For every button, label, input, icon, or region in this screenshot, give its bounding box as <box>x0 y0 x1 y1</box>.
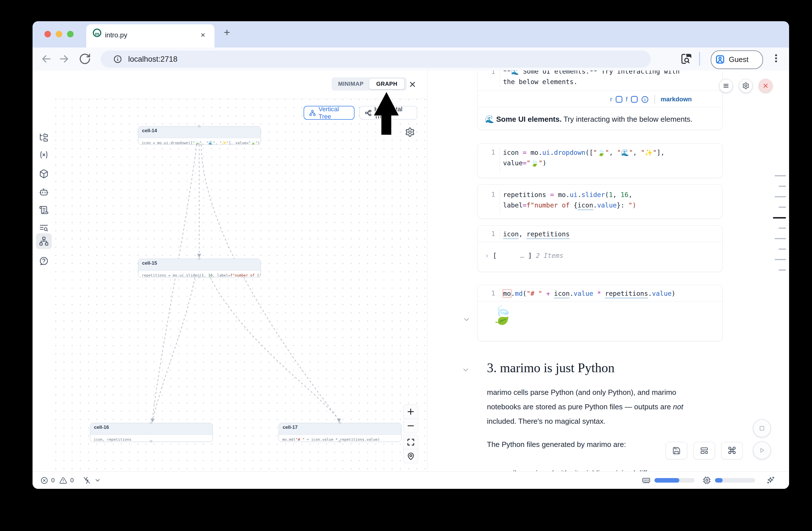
layout-view-button[interactable] <box>694 442 715 459</box>
collapse-chevron-icon[interactable] <box>463 316 470 324</box>
notebook-cell[interactable]: 1 icon = mo.ui.dropdown(["🍃", "🌊", "✨"],… <box>477 143 723 178</box>
site-info-icon[interactable] <box>113 55 122 64</box>
cpu-icon[interactable] <box>702 476 711 485</box>
run-button[interactable] <box>753 441 771 459</box>
cell-delete-button[interactable] <box>759 79 772 92</box>
center-view-button[interactable] <box>403 449 418 463</box>
language-label[interactable]: markdown <box>661 96 692 103</box>
minimap-mark[interactable] <box>779 206 786 208</box>
section-collapse-chevron-icon[interactable] <box>462 366 470 374</box>
cell-code[interactable]: mo.md("# " + icon.value * repetitions.va… <box>503 288 675 299</box>
tab-graph[interactable]: GRAPH <box>369 79 404 89</box>
graph-node[interactable]: cell-14 icon = mo.ui.dropdown(["🍃", "🌊",… <box>138 126 261 145</box>
minimap-mark[interactable] <box>775 259 786 260</box>
cpu-usage-bar <box>715 478 755 483</box>
ai-sparkle-icon[interactable] <box>766 476 775 485</box>
cell-code[interactable]: icon = mo.ui.dropdown(["🍃", "🌊", "✨"],va… <box>503 147 665 169</box>
keyboard-shortcuts-button[interactable]: ⌘ <box>721 442 743 459</box>
autorun-off-icon[interactable] <box>83 476 91 485</box>
graph-node[interactable]: cell-15 repetitions = mo.ui.slider(1, 16… <box>138 259 261 277</box>
toggle-f-checkbox[interactable] <box>631 96 638 103</box>
vertical-tree-icon <box>309 109 316 117</box>
autorun-chevron-icon[interactable] <box>94 477 101 484</box>
url-text[interactable]: localhost:2718 <box>128 55 177 64</box>
graph-node[interactable]: cell-17 mo.md("# " + icon.value * repeti… <box>279 423 402 442</box>
logs-icon[interactable] <box>39 205 49 215</box>
layout-icon <box>700 446 708 455</box>
graph-node-title: cell-17 <box>282 425 298 430</box>
annotation-arrow <box>372 90 400 136</box>
address-bar[interactable]: localhost:2718 <box>101 51 651 68</box>
back-icon[interactable] <box>40 53 53 65</box>
notebook-cell[interactable]: 1 icon, repetitions › [ … ] 2 Items <box>477 225 723 272</box>
paragraph: The Python files generated by marimo are… <box>487 437 626 452</box>
errors-icon[interactable] <box>41 477 48 484</box>
status-left: 0 0 <box>41 472 101 489</box>
traffic-light-close[interactable] <box>44 31 51 37</box>
dependency-graph-icon[interactable] <box>39 236 49 246</box>
memory-icon[interactable] <box>642 476 650 485</box>
notebook-cell[interactable]: 1 repetitions = mo.ui.slider(1, 16,label… <box>477 184 723 219</box>
variables-icon[interactable] <box>39 150 49 160</box>
forward-icon[interactable] <box>58 53 70 65</box>
cell-code[interactable]: icon, repetitions <box>503 229 569 240</box>
tab-search-icon[interactable] <box>680 53 692 65</box>
traffic-light-zoom[interactable] <box>67 31 74 37</box>
status-right <box>642 472 775 489</box>
minimap-mark[interactable] <box>779 248 786 250</box>
notebook-cell[interactable]: 1 mo.md("# " + icon.value * repetitions.… <box>477 285 723 341</box>
minimap-mark[interactable] <box>779 186 786 187</box>
file-explorer-icon[interactable] <box>39 133 49 142</box>
zoom-out-button[interactable]: − <box>403 419 418 433</box>
tab-close-icon[interactable]: × <box>201 31 205 40</box>
snippets-search-icon[interactable] <box>39 223 49 233</box>
cell-code[interactable]: repetitions = mo.ui.slider(1, 16,label=f… <box>503 190 636 211</box>
graph-node-title: cell-15 <box>142 260 157 266</box>
node-handle <box>198 143 201 146</box>
notebook-cell[interactable]: 1 **🌊 Some UI elements.** Try interactin… <box>477 71 723 130</box>
vertical-tree-button[interactable]: Vertical Tree <box>304 106 354 120</box>
app-content: DEPENDENCIES MINIMAP GRAPH Vertical Tree… <box>32 71 789 471</box>
toggle-r-checkbox[interactable] <box>615 96 622 103</box>
zoom-in-icon: + <box>404 405 418 418</box>
tab-minimap[interactable]: MINIMAP <box>334 79 368 89</box>
minimap-mark[interactable] <box>779 270 786 271</box>
graph-node[interactable]: cell-16 icon, repetitions <box>90 423 213 442</box>
minimap-mark[interactable] <box>773 217 786 218</box>
fit-view-button[interactable] <box>403 435 418 449</box>
new-tab-button[interactable]: + <box>224 26 230 39</box>
minimap-mark[interactable] <box>779 228 786 229</box>
scroll-minimap[interactable] <box>770 71 789 471</box>
ai-assistant-icon[interactable] <box>39 187 49 197</box>
minimap-mark[interactable] <box>775 175 786 176</box>
info-icon[interactable] <box>641 96 649 103</box>
browser-menu-kebab-icon[interactable] <box>770 53 782 64</box>
traffic-light-minimize[interactable] <box>56 31 62 37</box>
node-handle <box>150 421 153 424</box>
reload-icon[interactable] <box>79 53 91 65</box>
paragraph: marimo cells parse Python (and only Pyth… <box>487 385 713 429</box>
help-icon[interactable] <box>39 256 49 266</box>
save-button[interactable] <box>666 442 687 459</box>
cell-output[interactable]: › [ … ] 2 Items <box>485 250 563 261</box>
zoom-in-button[interactable]: + <box>403 404 418 419</box>
status-bar: 0 0 <box>32 471 789 489</box>
cell-menu-button[interactable] <box>719 79 733 92</box>
browser-tab-strip: m intro.py × + <box>32 21 789 47</box>
cell-settings-button[interactable] <box>739 79 753 92</box>
graph-settings-gear-icon[interactable] <box>405 127 415 137</box>
minimap-mark[interactable] <box>775 238 786 239</box>
marimo-favicon-icon: m <box>93 29 101 37</box>
warnings-icon[interactable] <box>59 477 67 484</box>
stop-button[interactable] <box>753 419 771 437</box>
packages-icon[interactable] <box>39 169 49 178</box>
minimap-mark[interactable] <box>775 196 786 197</box>
node-handle <box>338 421 341 424</box>
profile-button[interactable]: Guest <box>711 51 763 69</box>
leaf-emoji-output: 🍃 <box>491 305 513 326</box>
clipped-paragraph: easily versioned with git, yielding mini… <box>501 466 650 471</box>
browser-tab[interactable]: m intro.py × <box>86 24 215 47</box>
panel-close-icon[interactable] <box>408 80 417 89</box>
gutter-divider <box>499 189 500 215</box>
cell-code[interactable]: **🌊 Some UI elements.** Try interacting … <box>503 71 680 87</box>
